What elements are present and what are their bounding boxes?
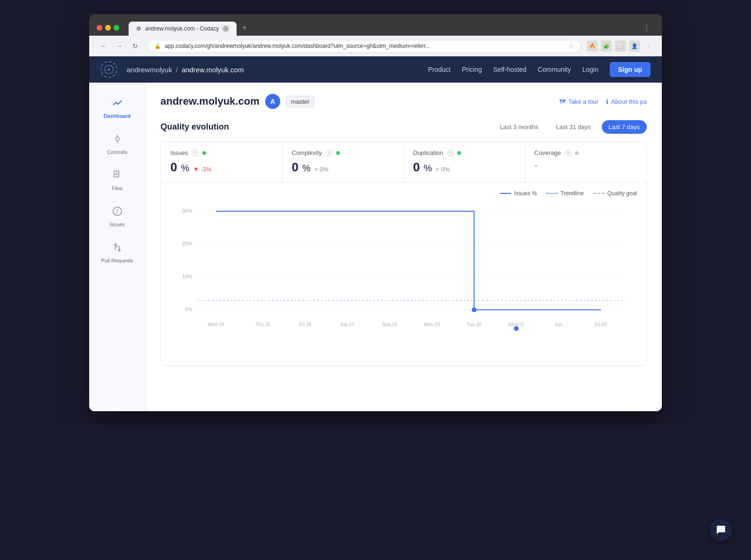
issues-change: ▼ -3%	[193, 166, 211, 173]
issues-icon	[112, 206, 123, 219]
complexity-info-icon[interactable]: ?	[326, 150, 332, 156]
page-title: andrew.molyuk.com	[161, 95, 260, 107]
chart-svg: 30% 20% 10% 0%	[170, 204, 637, 356]
take-tour-link[interactable]: 🗺 Take a tour	[559, 98, 598, 105]
svg-text:Wed-31: Wed-31	[508, 322, 525, 327]
branch-badge[interactable]: master	[286, 96, 315, 107]
active-tab[interactable]: ⚙ andrew.molyuk.com - Codacy ×	[129, 22, 237, 36]
sidebar-item-dashboard[interactable]: Dashboard	[89, 91, 145, 125]
breadcrumb-repo[interactable]: andrew.molyuk.com	[182, 66, 244, 74]
breadcrumb-user[interactable]: andrewmolyuk	[127, 66, 172, 74]
duplication-info-icon[interactable]: ?	[447, 150, 453, 156]
legend-trendline: Trendline	[546, 190, 584, 197]
ext-icon-3: ⬜	[615, 40, 626, 52]
bookmark-icon[interactable]: ☆	[568, 43, 574, 50]
svg-text:Fri-02: Fri-02	[595, 322, 607, 327]
lock-icon: 🔒	[154, 43, 161, 49]
files-icon	[112, 170, 123, 183]
close-traffic-light[interactable]	[97, 25, 102, 31]
page-header: andrew.molyuk.com A master 🗺 Take a tour…	[161, 94, 647, 109]
back-button[interactable]: ←	[97, 39, 110, 53]
filter-31-days[interactable]: Last 31 days	[549, 120, 598, 134]
svg-text:10%: 10%	[182, 274, 192, 279]
nav-pricing[interactable]: Pricing	[462, 66, 482, 73]
metric-issues: Issues ? 0 % ▼ -3%	[161, 142, 283, 182]
about-page-label: About this pa	[611, 98, 647, 105]
svg-text:Sat-27: Sat-27	[340, 322, 354, 327]
sidebar-item-pull-requests[interactable]: Pull Requests	[89, 236, 145, 270]
tour-icon: 🗺	[559, 98, 566, 105]
dashboard-icon	[112, 98, 123, 110]
filter-3-months[interactable]: Last 3 months	[493, 120, 545, 134]
svg-text:20%: 20%	[182, 241, 192, 246]
metric-duplication: Duplication ? 0 % = 0%	[404, 142, 525, 182]
svg-text:Fri-26: Fri-26	[299, 322, 312, 327]
address-bar[interactable]: 🔒 app.codacy.com/gh/andrewmolyuk/andrew.…	[147, 40, 581, 53]
browser-extensions: 🔥 🧩 ⬜ 👤 ⋮	[587, 40, 654, 52]
duplication-status-dot	[457, 151, 461, 155]
browser-menu-dots[interactable]: ⋮	[643, 40, 654, 52]
issues-value: 0 % ▼ -3%	[170, 160, 273, 175]
commits-icon	[112, 134, 123, 146]
issues-label: Issues	[170, 149, 188, 156]
nav-product[interactable]: Product	[428, 66, 451, 73]
legend-issues-label: Issues %	[514, 190, 537, 197]
nav-community[interactable]: Community	[538, 66, 571, 73]
time-filters: Last 3 months Last 31 days Last 7 days	[493, 120, 647, 134]
nav-links: Product Pricing Self-hosted Community Lo…	[428, 62, 651, 77]
complexity-value: 0 % = 0%	[292, 160, 394, 175]
svg-point-1	[108, 69, 110, 70]
complexity-status-dot	[336, 151, 340, 155]
sidebar-item-issues[interactable]: Issues	[89, 199, 145, 234]
coverage-value: -	[535, 160, 637, 171]
main-content: andrew.molyuk.com A master 🗺 Take a tour…	[146, 83, 662, 411]
top-nav: andrewmolyuk / andrew.molyuk.com Product…	[89, 56, 662, 83]
legend-trendline-line	[546, 193, 558, 194]
browser-menu-button[interactable]: ⋮	[639, 22, 654, 34]
breadcrumb: andrewmolyuk / andrew.molyuk.com	[127, 66, 244, 74]
forward-button[interactable]: →	[113, 39, 126, 53]
fullscreen-traffic-light[interactable]	[114, 25, 119, 31]
section-title: Quality evolution	[161, 122, 229, 132]
legend-quality-goal-line	[593, 193, 605, 194]
issues-info-icon[interactable]: ?	[192, 150, 199, 156]
complexity-unit: %	[302, 163, 311, 174]
sidebar-files-label: Files	[112, 185, 123, 191]
ext-icon-1: 🔥	[587, 40, 598, 52]
reload-button[interactable]: ↻	[129, 39, 142, 53]
tab-bar: ⚙ andrew.molyuk.com - Codacy × +	[129, 20, 634, 36]
sidebar-item-files[interactable]: Files	[89, 163, 145, 198]
breadcrumb-separator: /	[176, 66, 178, 74]
tab-favicon: ⚙	[136, 25, 141, 32]
complexity-change: = 0%	[314, 166, 329, 173]
ext-icon-4: 👤	[629, 40, 640, 52]
metrics-grid: Issues ? 0 % ▼ -3%	[161, 141, 647, 183]
signup-button[interactable]: Sign up	[610, 62, 651, 77]
chart-container: Issues % Trendline Quality goal	[161, 183, 647, 366]
sidebar-commits-label: Commits	[107, 149, 127, 155]
coverage-info-icon[interactable]: ?	[565, 150, 571, 156]
sidebar: Dashboard Commits	[89, 83, 146, 411]
issues-change-value: -3%	[200, 166, 211, 173]
chart-legend: Issues % Trendline Quality goal	[170, 190, 637, 197]
login-button[interactable]: Login	[582, 66, 598, 73]
tab-close-button[interactable]: ×	[222, 25, 229, 32]
main-layout: Dashboard Commits	[89, 83, 662, 411]
issues-status-dot	[202, 151, 206, 155]
svg-text:Tue-30: Tue-30	[467, 322, 482, 327]
legend-quality-goal-label: Quality goal	[607, 190, 637, 197]
take-tour-label: Take a tour	[568, 98, 598, 105]
filter-7-days[interactable]: Last 7 days	[602, 120, 647, 134]
logo	[100, 61, 117, 78]
section-header: Quality evolution Last 3 months Last 31 …	[161, 120, 647, 134]
avatar: A	[265, 94, 280, 109]
info-icon: ℹ	[606, 98, 608, 105]
svg-text:Thu-25: Thu-25	[255, 322, 270, 327]
minimize-traffic-light[interactable]	[105, 25, 111, 31]
nav-self-hosted[interactable]: Self-hosted	[493, 66, 527, 73]
sidebar-item-commits[interactable]: Commits	[89, 127, 145, 161]
legend-quality-goal: Quality goal	[593, 190, 637, 197]
coverage-status-dot	[575, 151, 579, 155]
new-tab-button[interactable]: +	[238, 20, 250, 36]
about-page-link[interactable]: ℹ About this pa	[606, 98, 647, 105]
